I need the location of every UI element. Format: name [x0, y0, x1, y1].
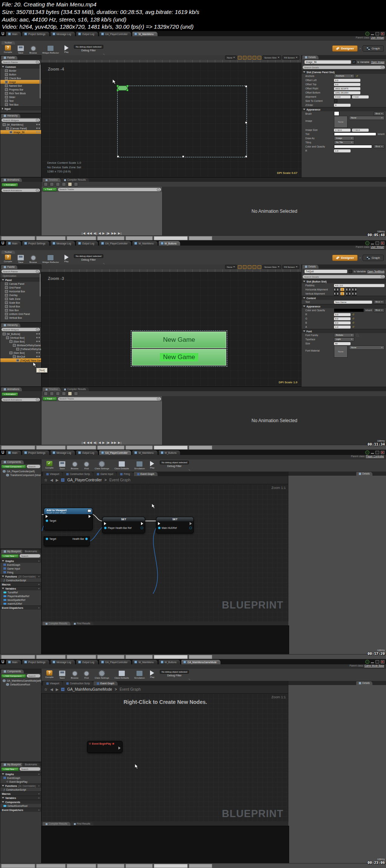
taskbar-item[interactable] [1, 655, 35, 659]
palette-item[interactable]: Uniform Grid Panel [0, 312, 41, 316]
hierarchy-search-input[interactable]: Search Widgets [2, 118, 40, 122]
visibility-icon[interactable] [38, 337, 40, 338]
health-bar-pin[interactable] [85, 538, 88, 540]
color-opacity-bar[interactable] [334, 309, 364, 312]
brush-swatch[interactable] [334, 111, 339, 116]
reset-icon[interactable]: ↺ [352, 326, 354, 329]
visibility-icon[interactable] [38, 333, 40, 335]
window-tab[interactable]: W_MainMenu [132, 241, 158, 246]
taskbar-item[interactable] [1, 446, 35, 450]
find-button[interactable]: Find [81, 461, 92, 470]
image-widget[interactable] [117, 86, 128, 91]
designer-tool-icon[interactable] [243, 265, 247, 269]
designer-mode-button[interactable]: Designer [332, 255, 358, 261]
window-tab[interactable]: Main [6, 241, 21, 246]
event-row[interactable]: ◇Event BeginPlay [0, 780, 41, 784]
taskbar-item[interactable] [36, 236, 66, 240]
widget-handle[interactable] [116, 85, 119, 87]
find-button[interactable]: Find [81, 670, 92, 679]
play-button[interactable]: Play [148, 461, 157, 469]
event-dispatchers-section[interactable]: Event Dispatchers+ [0, 605, 41, 610]
timeline-tab[interactable]: Timeline [43, 387, 61, 391]
hierarchy-row[interactable]: BtnQuit [0, 355, 41, 358]
hierarchy-row[interactable]: Image_56 [0, 130, 41, 134]
taskbar-item[interactable] [67, 655, 96, 659]
designer-tool-icon[interactable] [257, 56, 261, 60]
channel-value-input[interactable]: 0.0 [334, 317, 351, 320]
graph-row[interactable]: EventGraph [0, 563, 41, 567]
debug-object-dropdown[interactable]: No debug object selected [74, 45, 103, 49]
functions-section[interactable]: Functions(20 Overridable)+ [0, 574, 41, 578]
variable-row[interactable]: mainHUDRef [0, 602, 41, 605]
widget-handle[interactable] [126, 85, 129, 87]
add-component-button[interactable]: + Add Component [1, 465, 26, 469]
content-section-header[interactable]: Content [302, 296, 386, 300]
taskbar-item[interactable] [189, 864, 212, 868]
class-settings-button[interactable]: Class Settings [92, 461, 111, 470]
track-search-input[interactable]: Search Tracks [58, 188, 161, 191]
designer-tool-icon[interactable] [248, 56, 251, 60]
value-out-pin[interactable] [189, 527, 192, 529]
palette-section-panel[interactable]: Panel [0, 278, 41, 282]
text-input[interactable]: New Game [334, 301, 372, 304]
taskbar-item[interactable] [67, 864, 96, 868]
offset-value-input[interactable]: 1051.061054 [334, 91, 360, 94]
resize-handle[interactable] [117, 155, 119, 158]
timeline-tab[interactable]: Compiler Results [61, 387, 89, 391]
transport-controls[interactable]: |◀ ◀◀ ◀| ◀ ▶ |▶ ▶▶ ▶| [41, 441, 162, 444]
graph-row[interactable]: EventGraph [0, 776, 41, 780]
open-textblock-button[interactable]: Open TextBlock [368, 270, 384, 273]
palette-item[interactable]: Grid Panel [0, 286, 41, 289]
hierarchy-row[interactable]: [Vertical Box] [0, 336, 41, 340]
channel-value-input[interactable]: 1.0 [334, 326, 351, 329]
my-blueprint-tab[interactable]: My Blueprint [1, 763, 23, 767]
palette-item[interactable]: Button [0, 72, 41, 76]
image-asset-dropdown[interactable]: None [349, 116, 384, 120]
nav-forward-icon[interactable]: ▶ [56, 687, 59, 691]
is-variable-checkbox[interactable] [349, 270, 352, 273]
graph-row[interactable]: Game Input [0, 567, 41, 570]
add-graph-button[interactable]: + [38, 773, 41, 776]
window-tab[interactable]: Output Log [76, 659, 98, 664]
details-tab[interactable]: Details [356, 681, 372, 685]
timeline-tab[interactable]: Timeline [43, 178, 61, 182]
browse-button[interactable]: Browse [27, 45, 39, 54]
animations-tab[interactable]: Animations [1, 178, 22, 182]
offset-value-input[interactable]: 1821.921875 [334, 87, 360, 90]
palette-item[interactable]: Border [0, 69, 41, 72]
exec-out-pin[interactable] [118, 747, 121, 750]
minimize-button[interactable] [371, 244, 374, 244]
play-button[interactable]: Play [62, 254, 71, 263]
variables-section[interactable]: Variables+ [0, 796, 41, 800]
halign-center-button[interactable] [340, 287, 345, 292]
timeline-tab[interactable]: Compiler Results [61, 178, 89, 182]
components-tab[interactable]: Components [1, 670, 24, 673]
taskbar-item[interactable] [189, 655, 212, 659]
add-macro-button[interactable]: + [38, 583, 41, 586]
designer-canvas[interactable]: Zoom -3 New Game New Game DPI Scale 1.0 [41, 272, 302, 387]
lock-icon[interactable] [36, 341, 38, 342]
add-dispatcher-button[interactable]: + [38, 607, 41, 609]
taskbar-item[interactable] [126, 655, 153, 659]
palette-item[interactable]: Vertical Box [0, 316, 41, 320]
toolbar-panel-tab[interactable]: Toolbar [2, 41, 15, 45]
close-button[interactable] [381, 241, 384, 245]
widget-reflector-button[interactable]: Widget Reflector [40, 45, 61, 54]
palette-item[interactable]: Text Box [0, 103, 41, 106]
compile-button[interactable]: Compile [43, 461, 56, 469]
add-dispatcher-button[interactable]: + [38, 809, 41, 811]
taskbar-item[interactable] [36, 655, 66, 659]
text-bind-button[interactable]: Bind [374, 300, 384, 304]
function-row[interactable]: ƒConstructionScript [0, 788, 41, 791]
function-row[interactable]: ƒConstructionScript [0, 578, 41, 582]
screen-size-dropdown[interactable]: Screen Size [262, 55, 281, 60]
timeline-play-icon[interactable] [56, 182, 60, 186]
window-tab[interactable]: GA_PlayerController [99, 450, 132, 455]
add-variable-button[interactable]: + [38, 587, 41, 590]
component-row[interactable]: TransformComponent (Inherited) [0, 473, 41, 477]
timeline-track-area[interactable]: No Animation Selected [163, 396, 386, 445]
add-new-button[interactable]: + Add New [1, 554, 19, 558]
document-tab[interactable]: Event Graph [134, 472, 158, 476]
partial-node[interactable]: Target Health Bar [44, 536, 90, 546]
open-image-button[interactable]: Open Image [371, 61, 384, 63]
